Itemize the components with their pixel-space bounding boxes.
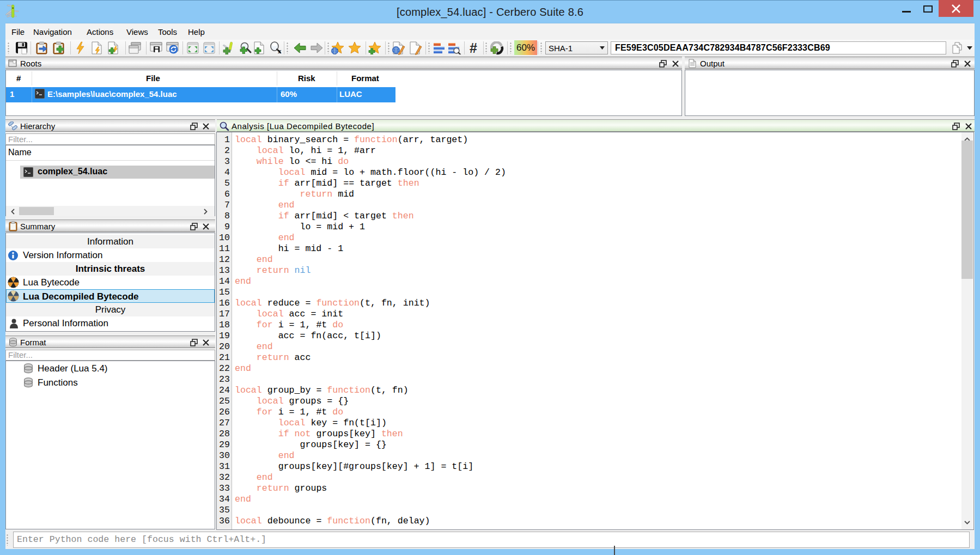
svg-text:#: # <box>470 41 477 54</box>
svg-text:x: x <box>278 47 282 54</box>
